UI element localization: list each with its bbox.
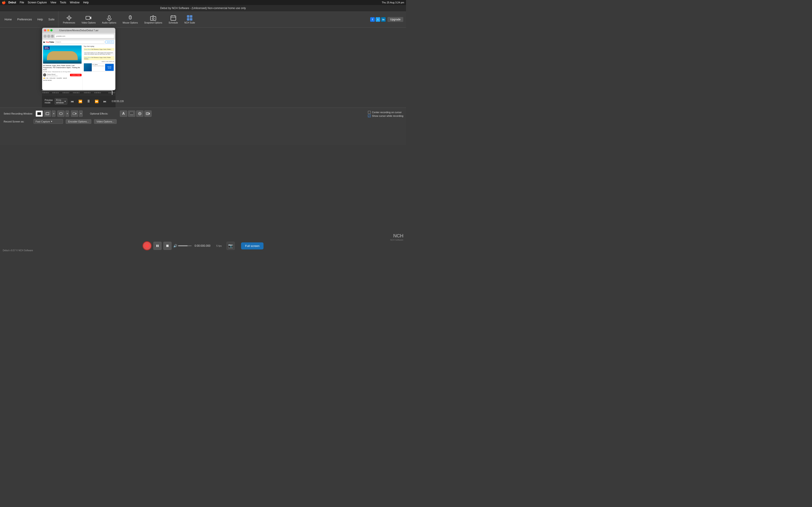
show-cursor-row: ✓ Show cursor while recording — [368, 115, 403, 117]
yt-header: ▶ YouTube Search SIGN IN — [42, 40, 115, 45]
fast-capture-dropdown[interactable]: Fast Capture ▾ — [34, 119, 63, 124]
menu-help[interactable]: Help — [83, 1, 89, 4]
volume-slider[interactable] — [178, 245, 192, 246]
camera-effect-btn[interactable] — [144, 110, 152, 117]
menu-window[interactable]: Window — [70, 1, 80, 4]
encoder-options-button[interactable]: Encoder Options... — [66, 119, 91, 124]
facebook-icon[interactable]: f — [370, 17, 375, 22]
svg-rect-34 — [130, 112, 133, 114]
svg-rect-42 — [156, 245, 157, 247]
yt-ad-book-now[interactable]: BOOK NOW — [105, 64, 114, 71]
nav-home[interactable]: Home — [5, 18, 12, 21]
color-effect-btn[interactable] — [128, 110, 135, 117]
nch-suite-btn[interactable]: NCH Suite — [182, 13, 198, 25]
menu-file[interactable]: File — [20, 1, 24, 4]
text-effect-btn[interactable]: A — [120, 110, 127, 117]
select-recording-window-label: Select Recording Window: — [4, 112, 33, 115]
timeline-marker-5: 0:00:50.0 — [94, 92, 101, 94]
skip-to-start-button[interactable]: ⏮ — [69, 98, 75, 105]
preview-mode-dropdown[interactable]: Fit to window ▾ — [55, 98, 67, 105]
browser-forward[interactable]: › — [47, 35, 50, 38]
mouse-options-icon — [127, 15, 134, 21]
audio-options-btn[interactable]: Audio Options — [99, 13, 119, 25]
pause-button[interactable] — [153, 242, 161, 250]
browser-back[interactable]: ‹ — [44, 35, 47, 38]
svg-point-12 — [130, 18, 131, 18]
menu-screen-capture[interactable]: Screen Capture — [28, 1, 47, 4]
window-select-btn[interactable] — [44, 110, 51, 117]
region-select-arrow[interactable]: ▾ — [65, 110, 69, 117]
fullscreen-button[interactable]: Full screen — [241, 242, 264, 249]
nch-logo-text: NCH — [390, 233, 403, 239]
snapshot-options-label: Snapshot Options — [144, 21, 162, 24]
yt-share-btn[interactable]: SHARE — [56, 77, 62, 79]
schedule-label: Schedule — [168, 21, 178, 24]
yt-video-title: Ed Sheeran, Kygo, Avicii, Robin Schulz, … — [43, 64, 82, 71]
fullscreen-select-btn[interactable] — [36, 110, 43, 117]
timeline-ruler[interactable]: 0:00:00.0 0:00:10.0 0:00:20.0 0:00:30.0 … — [42, 90, 115, 95]
center-on-cursor-checkbox[interactable] — [368, 111, 371, 114]
yt-channel-info: Deep Mood. 89.7k subscribers — [47, 73, 58, 76]
yt-subscribe-button[interactable]: SUBSCRIBE — [70, 74, 81, 76]
yt-hide-chat-replay[interactable]: HIDE CHAT REPLAY — [84, 61, 114, 62]
stop-button[interactable] — [163, 242, 171, 250]
browser-refresh[interactable]: ↻ — [51, 35, 54, 38]
yt-sign-in-btn[interactable]: SIGN IN — [105, 41, 114, 44]
video-options-label: Video Options — [82, 21, 96, 24]
yt-channel-name[interactable]: Deep Mood. — [47, 73, 58, 75]
browser-address-bar[interactable]: youtube.com — [55, 35, 114, 38]
minimize-button[interactable] — [47, 29, 49, 32]
overlay-effect-btn[interactable] — [136, 110, 143, 117]
menu-tools[interactable]: Tools — [60, 1, 66, 4]
linkedin-icon[interactable]: in — [381, 17, 386, 22]
maximize-button[interactable] — [50, 29, 53, 32]
svg-point-1 — [69, 17, 69, 18]
fast-forward-button[interactable]: ⏩ — [94, 98, 100, 105]
webcam-select-btn[interactable] — [71, 110, 78, 117]
nav-preferences[interactable]: Preferences — [17, 18, 32, 21]
region-select-btn[interactable] — [57, 110, 64, 117]
skip-to-end-button[interactable]: ⏭ — [102, 98, 108, 105]
preferences-label: Preferences — [63, 21, 75, 24]
schedule-btn[interactable]: Schedule — [166, 13, 181, 25]
pause-play-button[interactable]: ⏸ — [86, 98, 92, 105]
window-select-arrow[interactable]: ▾ — [52, 110, 55, 117]
svg-point-14 — [152, 18, 154, 19]
timeline-cursor[interactable] — [112, 90, 112, 95]
window-title: Debut by NCH Software - (Unlicensed) Non… — [160, 7, 246, 10]
snapshot-options-btn[interactable]: Snapshot Options — [141, 13, 165, 25]
upgrade-button[interactable]: Upgrade — [388, 17, 403, 22]
apple-menu[interactable]: 🍎 — [2, 1, 6, 4]
video-options-button[interactable]: Video Options... — [94, 119, 117, 124]
rewind-button[interactable]: ⏪ — [77, 98, 84, 105]
yt-like-btn[interactable]: 👍 2.9K — [43, 77, 48, 79]
nch-logo: NCH NCH Software — [390, 233, 403, 241]
close-button[interactable] — [44, 29, 46, 32]
menu-bar-items: File Screen Capture View Tools Window He… — [20, 1, 89, 4]
mouse-options-btn[interactable]: Mouse Options — [120, 13, 141, 25]
app-name[interactable]: Debut — [8, 1, 16, 4]
svg-rect-19 — [187, 15, 189, 18]
bottom-controls: Select Recording Window: ▾ ▾ ▾ Optional … — [0, 108, 406, 145]
yt-save-btn[interactable]: SAVE — [63, 77, 67, 79]
yt-dislike-btn[interactable]: DISLIKE — [49, 77, 55, 79]
yt-sidebar: Top chat replay Deep Mood Ed Sheeran, Ky… — [83, 45, 115, 90]
show-cursor-checkbox[interactable]: ✓ — [368, 115, 371, 117]
preferences-btn[interactable]: Preferences — [60, 13, 78, 25]
record-time-counter: 0:00:000.000 — [194, 244, 212, 247]
menu-view[interactable]: View — [50, 1, 56, 4]
yt-video-area: DEEPMOOD Ed Sheeran, Kygo, Avicii, Robin… — [42, 45, 83, 90]
record-button[interactable] — [143, 241, 152, 250]
yt-search-bar[interactable]: Search — [55, 41, 104, 44]
snapshot-button[interactable]: 📷 — [226, 242, 235, 250]
timeline-marker-3: 0:00:30.0 — [73, 92, 80, 94]
nav-help[interactable]: Help — [37, 18, 43, 21]
yt-chat-live-notice: Live chat replay is on. Messages that ap… — [84, 51, 114, 55]
yt-show-more[interactable]: SHOW MORE — [43, 80, 82, 81]
webcam-select-arrow[interactable]: ▾ — [79, 110, 83, 117]
volume-icon[interactable]: 🔊 — [173, 244, 177, 247]
browser-nav: ‹ › ↻ — [44, 35, 54, 38]
video-options-btn[interactable]: Video Options — [79, 13, 99, 25]
twitter-icon[interactable]: t — [376, 17, 380, 22]
nav-suite[interactable]: Suite — [48, 18, 54, 21]
